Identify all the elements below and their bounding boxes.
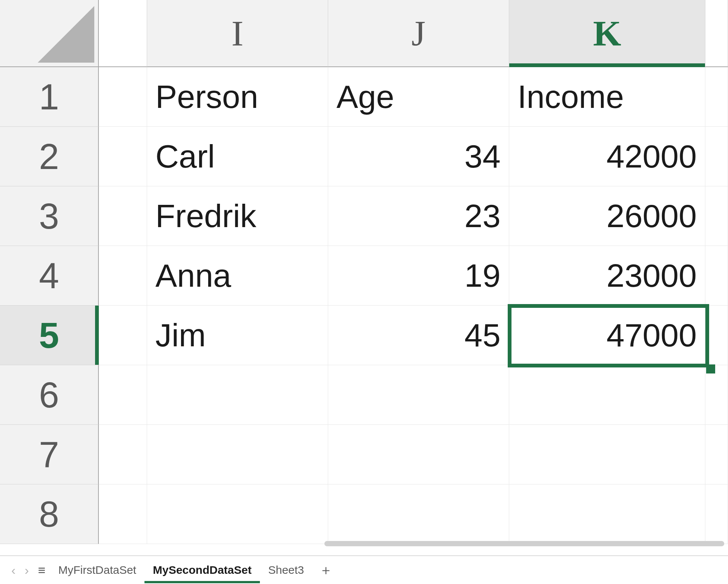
add-sheet-button[interactable]: ＋: [312, 561, 339, 579]
cell-value: 23000: [607, 257, 697, 294]
cell-value: 45: [464, 317, 501, 354]
cell-K4[interactable]: 23000: [509, 246, 705, 306]
cell-J8[interactable]: [328, 484, 509, 544]
sheet-tab-label: Sheet3: [268, 564, 304, 576]
svg-marker-0: [38, 6, 94, 63]
row-header-1[interactable]: 1: [0, 67, 99, 127]
row-header-2[interactable]: 2: [0, 127, 99, 186]
cell-I5[interactable]: Jim: [147, 306, 328, 365]
cell-value: 23: [464, 197, 501, 235]
row-header-6[interactable]: 6: [0, 365, 99, 425]
cell-value: Carl: [155, 138, 215, 175]
cell-L6[interactable]: [705, 365, 728, 425]
cell-I6[interactable]: [147, 365, 328, 425]
column-headers: I J K: [99, 0, 728, 67]
column-header-J[interactable]: J: [328, 0, 509, 67]
cell-H5[interactable]: [99, 306, 147, 365]
cell-H6[interactable]: [99, 365, 147, 425]
cell-I7[interactable]: [147, 425, 328, 484]
cell-J2[interactable]: 34: [328, 127, 509, 186]
cell-K5[interactable]: 47000: [509, 306, 705, 365]
cell-L4[interactable]: [705, 246, 728, 306]
row-header-label: 3: [39, 195, 59, 237]
row-header-label: 6: [39, 374, 59, 416]
cell-L1[interactable]: [705, 67, 728, 127]
cell-H3[interactable]: [99, 186, 147, 246]
column-header-K[interactable]: K: [509, 0, 705, 67]
cells-area: Person Age Income Carl 34 42000 Fredrik …: [99, 67, 728, 544]
cell-K2[interactable]: 42000: [509, 127, 705, 186]
cell-K3[interactable]: 26000: [509, 186, 705, 246]
cell-value: Age: [336, 78, 394, 115]
cell-K6[interactable]: [509, 365, 705, 425]
cell-value: 42000: [607, 138, 697, 175]
row-header-label: 4: [39, 255, 59, 297]
cell-J1[interactable]: Age: [328, 67, 509, 127]
cell-L5[interactable]: [705, 306, 728, 365]
cell-value: Person: [155, 78, 258, 115]
column-header-label: K: [593, 12, 621, 54]
row-headers: 1 2 3 4 5 6 7 8: [0, 67, 99, 544]
row-header-label: 2: [39, 136, 59, 177]
cell-I2[interactable]: Carl: [147, 127, 328, 186]
row-header-label: 1: [39, 76, 59, 118]
column-header-gutter[interactable]: [99, 0, 147, 67]
row-header-5[interactable]: 5: [0, 306, 99, 365]
cell-J5[interactable]: 45: [328, 306, 509, 365]
row-header-label: 8: [39, 493, 59, 535]
column-header-gutter-right[interactable]: [705, 0, 728, 67]
row-header-label: 7: [39, 434, 59, 475]
sheet-tab-sheet3[interactable]: Sheet3: [260, 556, 312, 584]
cell-H8[interactable]: [99, 484, 147, 544]
row-header-4[interactable]: 4: [0, 246, 99, 306]
cell-K1[interactable]: Income: [509, 67, 705, 127]
tab-nav-next[interactable]: ›: [20, 564, 33, 576]
cell-I1[interactable]: Person: [147, 67, 328, 127]
cell-J4[interactable]: 19: [328, 246, 509, 306]
row-header-label: 5: [39, 315, 59, 356]
horizontal-scrollbar-thumb[interactable]: [324, 541, 724, 546]
select-all-triangle-icon: [38, 6, 94, 63]
select-all-corner[interactable]: [0, 0, 99, 67]
cell-I3[interactable]: Fredrik: [147, 186, 328, 246]
cell-H7[interactable]: [99, 425, 147, 484]
cell-I8[interactable]: [147, 484, 328, 544]
column-header-label: J: [412, 12, 425, 54]
column-header-I[interactable]: I: [147, 0, 328, 67]
cell-value: 19: [464, 257, 501, 294]
sheet-tab-label: MySecondDataSet: [153, 564, 252, 576]
column-header-label: I: [232, 12, 244, 54]
cell-value: Fredrik: [155, 197, 256, 235]
cell-value: 34: [464, 138, 501, 175]
cell-K7[interactable]: [509, 425, 705, 484]
cell-value: 26000: [607, 197, 697, 235]
cell-H1[interactable]: [99, 67, 147, 127]
cell-value: Jim: [155, 317, 206, 354]
cell-H2[interactable]: [99, 127, 147, 186]
fill-handle[interactable]: [706, 364, 715, 373]
cell-J7[interactable]: [328, 425, 509, 484]
cell-L3[interactable]: [705, 186, 728, 246]
cell-J6[interactable]: [328, 365, 509, 425]
row-header-7[interactable]: 7: [0, 425, 99, 484]
cell-L7[interactable]: [705, 425, 728, 484]
sheet-tab-bar: ‹ › ≡ MyFirstDataSet MySecondDataSet She…: [0, 555, 728, 584]
tab-nav-prev[interactable]: ‹: [7, 564, 20, 576]
cell-L2[interactable]: [705, 127, 728, 186]
cell-value: 47000: [607, 317, 697, 354]
sheet-tab-myfirstdataset[interactable]: MyFirstDataSet: [50, 556, 145, 584]
cell-I4[interactable]: Anna: [147, 246, 328, 306]
tab-menu-icon[interactable]: ≡: [34, 564, 50, 576]
cell-J3[interactable]: 23: [328, 186, 509, 246]
cell-L8[interactable]: [705, 484, 728, 544]
sheet-tab-myseconddataset[interactable]: MySecondDataSet: [144, 557, 260, 583]
cell-value: Anna: [155, 257, 231, 294]
cell-K8[interactable]: [509, 484, 705, 544]
cell-H4[interactable]: [99, 246, 147, 306]
cell-value: Income: [518, 78, 624, 115]
sheet-tab-label: MyFirstDataSet: [58, 564, 137, 576]
spreadsheet-grid: I J K 1 2 3 4 5 6 7 8 Person Age Income: [0, 0, 728, 546]
row-header-8[interactable]: 8: [0, 484, 99, 544]
row-header-3[interactable]: 3: [0, 186, 99, 246]
